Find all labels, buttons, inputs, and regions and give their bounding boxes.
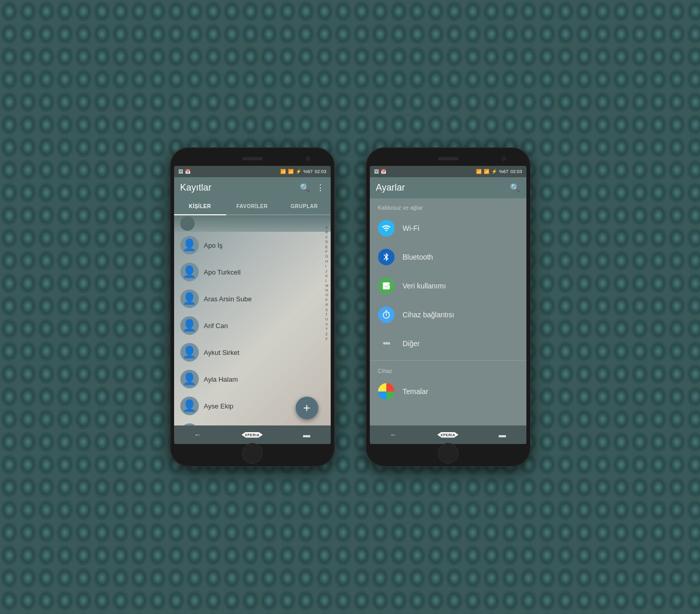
alpha-f[interactable]: F — [326, 250, 329, 254]
tab-kisiler[interactable]: KİŞİLER — [174, 198, 226, 215]
back-button-settings[interactable]: ← — [390, 431, 397, 439]
phone-camera-2 — [502, 157, 506, 161]
recents-button-contacts[interactable]: ▬ — [303, 431, 310, 439]
alpha-k[interactable]: K — [326, 274, 329, 278]
settings-item-data[interactable]: Veri kullanımı — [370, 271, 526, 300]
menu-button[interactable]: ⋮ — [316, 183, 325, 193]
avatar-4: 👤 — [180, 343, 199, 362]
fab-plus-icon: + — [303, 401, 310, 415]
data-label: Veri kullanımı — [403, 282, 446, 290]
alpha-l[interactable]: L — [326, 279, 329, 283]
alpha-hash[interactable]: # — [326, 337, 329, 341]
device-icon-svg — [382, 310, 391, 319]
calendar-icon-2: 📅 — [381, 169, 386, 174]
time-2: 02:03 — [510, 169, 522, 174]
alpha-v[interactable]: V — [326, 322, 329, 327]
phone-top-bar — [174, 154, 331, 164]
settings-item-other[interactable]: ••• Diğer — [370, 329, 526, 358]
contact-item-7[interactable]: 👤 Aysegul Sinif — [174, 419, 331, 425]
person-icon-3: 👤 — [182, 320, 196, 331]
phone-bottom-bar-2 — [370, 446, 526, 460]
appbar-icons: 🔍 ⋮ — [300, 183, 325, 193]
section-header-wireless: Kablosuz ve ağlar — [370, 198, 526, 214]
calendar-icon: 📅 — [185, 169, 191, 174]
phone-speaker-2 — [438, 157, 458, 160]
contact-item-1[interactable]: 👤 Apo Turkcell — [174, 259, 331, 285]
alpha-u[interactable]: U — [326, 317, 329, 321]
person-icon-0: 👤 — [182, 240, 196, 251]
contact-name-6: Ayse Ekip — [204, 402, 234, 410]
alpha-i[interactable]: I — [326, 264, 329, 268]
contact-item-2[interactable]: 👤 Aras Arsin Sube — [174, 285, 331, 312]
alpha-o[interactable]: O — [326, 293, 329, 297]
fab-add-contact[interactable]: + — [296, 397, 318, 419]
alpha-h[interactable]: H — [326, 260, 329, 264]
back-button-contacts[interactable]: ← — [194, 431, 201, 439]
tab-favoriler[interactable]: FAVORİLER — [226, 198, 278, 215]
search-button[interactable]: 🔍 — [300, 183, 310, 193]
settings-item-themes[interactable]: Temalar — [370, 377, 526, 406]
settings-item-wifi[interactable]: Wi-Fi — [370, 214, 526, 243]
other-label: Diğer — [403, 339, 420, 348]
tabs-bar: KİŞİLER FAVORİLER GRUPLAR — [174, 198, 331, 215]
recents-button-settings[interactable]: ▬ — [499, 431, 506, 439]
themes-label: Temalar — [403, 387, 429, 396]
alphabet-index: A B C D E F G H I J K L M N O P R S T U — [326, 226, 329, 341]
svg-rect-2 — [387, 284, 388, 288]
alpha-e[interactable]: E — [326, 245, 329, 249]
contact-name-4: Aykut Sirket — [204, 349, 240, 356]
time: 02:03 — [315, 169, 327, 174]
alpha-a[interactable]: A — [326, 226, 329, 230]
alpha-n[interactable]: N — [326, 288, 329, 293]
contact-item-4[interactable]: 👤 Aykut Sirket — [174, 339, 331, 366]
nav-bar-settings: ← XPERIA ▬ — [370, 425, 526, 444]
battery-icon: ⚡ — [296, 169, 301, 174]
alpha-y[interactable]: Y — [326, 327, 329, 331]
alpha-s[interactable]: S — [326, 308, 329, 312]
avatar-1: 👤 — [180, 263, 199, 281]
alpha-m[interactable]: M — [326, 284, 329, 288]
settings-item-device[interactable]: Cihaz bağlantısı — [370, 300, 526, 329]
phone-camera — [306, 157, 310, 161]
data-icon-wrap — [378, 278, 395, 294]
status-left-2: 🖼 📅 — [374, 169, 386, 174]
alpha-t[interactable]: T — [326, 313, 329, 317]
person-icon-4: 👤 — [182, 347, 196, 358]
contact-name-5: Ayla Halam — [204, 376, 238, 383]
gallery-icon: 🖼 — [178, 169, 183, 174]
phone-contacts: 🖼 📅 📶 📶 ⚡ %67 02:03 Kayıtlar 🔍 ⋮ KİŞİLER… — [170, 147, 335, 467]
contact-name-2: Aras Arsin Sube — [204, 295, 252, 303]
alpha-z[interactable]: Z — [326, 332, 329, 336]
alpha-r[interactable]: R — [326, 303, 329, 307]
contact-name-3: Arif Can — [204, 322, 228, 330]
contact-item-0[interactable]: 👤 Apo İş — [174, 232, 331, 259]
svg-rect-1 — [385, 284, 386, 288]
status-right-icons: 📶 📶 ⚡ %67 02:03 — [280, 169, 327, 174]
contact-item-5[interactable]: 👤 Ayla Halam — [174, 366, 331, 393]
alpha-j[interactable]: J — [326, 269, 329, 274]
alpha-p[interactable]: P — [326, 298, 329, 302]
status-left-icons: 🖼 📅 — [178, 169, 191, 174]
settings-item-bluetooth[interactable]: Bluetooth — [370, 243, 526, 271]
tab-gruplar[interactable]: GRUPLAR — [278, 198, 330, 215]
settings-appbar: Ayarlar 🔍 — [370, 177, 526, 198]
alpha-d[interactable]: D — [326, 240, 329, 244]
alpha-c[interactable]: C — [326, 235, 329, 240]
settings-content: Kablosuz ve ağlar Wi-Fi Bluetooth — [370, 198, 526, 425]
bluetooth-label: Bluetooth — [403, 253, 433, 261]
data-icon-svg — [382, 281, 391, 291]
settings-search-button[interactable]: 🔍 — [510, 183, 520, 193]
alpha-b[interactable]: B — [326, 230, 329, 234]
phone-home-button[interactable] — [242, 443, 263, 464]
battery-percent: %67 — [303, 169, 313, 174]
alpha-g[interactable]: G — [326, 254, 329, 259]
avatar-7: 👤 — [180, 423, 199, 425]
avatar-first — [180, 216, 195, 231]
contact-item-3[interactable]: 👤 Arif Can — [174, 312, 331, 339]
battery-status-icon: ⚡ — [491, 169, 497, 174]
contact-first-item[interactable] — [174, 215, 331, 232]
wifi-status-icon: 📶 — [476, 169, 482, 174]
phone-home-button-2[interactable] — [438, 443, 458, 464]
xperia-logo-settings: XPERIA — [437, 432, 458, 438]
wifi-icon-svg — [382, 224, 391, 233]
